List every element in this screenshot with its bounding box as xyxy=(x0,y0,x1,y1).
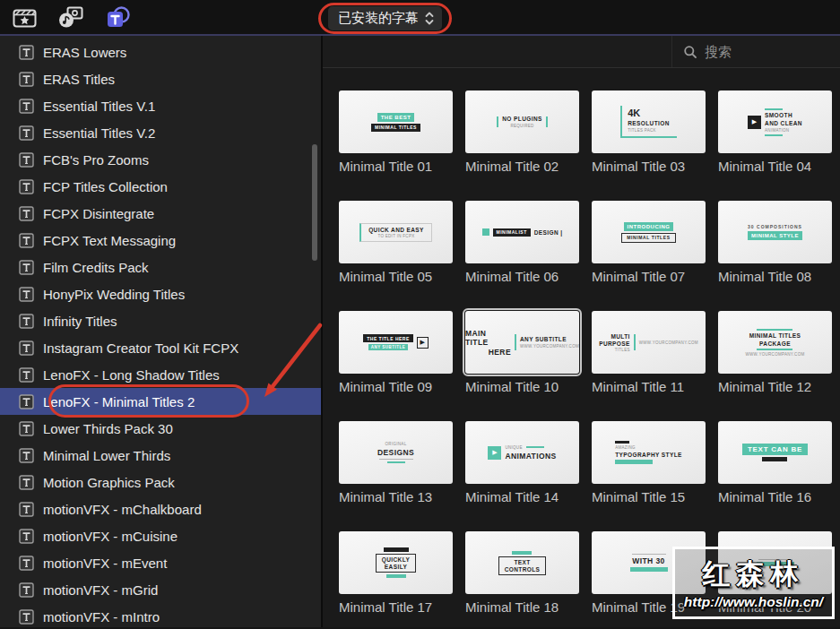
thumb-design-element xyxy=(757,349,792,350)
top-toolbar: 已安装的字幕 xyxy=(0,0,840,36)
thumb-design-element: TYPOGRAPHY STYLE xyxy=(615,452,682,458)
title-thumbnail-minimal-title-09[interactable]: THE TITLE HEREANY SUBTITLE▶Minimal Title… xyxy=(339,311,453,394)
text-title-icon xyxy=(19,475,34,490)
title-label: Minimal Title 10 xyxy=(465,379,579,394)
sidebar-item-eras-titles[interactable]: ERAS Titles xyxy=(0,65,321,92)
title-label: Minimal Title 18 xyxy=(465,599,579,615)
thumb-design-element: TITLES xyxy=(615,348,630,352)
thumb-design-element: CONTROLS xyxy=(505,566,541,573)
installed-titles-dropdown[interactable]: 已安装的字幕 xyxy=(328,6,442,30)
sidebar-item-motionvfx-mevent[interactable]: motionVFX - mEvent xyxy=(0,549,321,576)
sidebar-item-label: motionVFX - mIntro xyxy=(43,609,160,625)
sidebar-item-motionvfx-mcuisine[interactable]: motionVFX - mCuisine xyxy=(0,522,321,549)
text-title-icon xyxy=(19,421,34,436)
sidebar-item-honypix-wedding-titles[interactable]: HonyPix Wedding Titles xyxy=(0,280,321,307)
thumb-design-element: MAIN TITLEHERE xyxy=(465,329,511,357)
thumb-design-element: WITH 30 xyxy=(632,556,664,565)
thumb-design-element: ORIGINAL xyxy=(385,442,407,446)
sidebar-item-eras-lowers[interactable]: ERAS Lowers xyxy=(0,39,321,65)
thumb-design-element: MAIN TITLE xyxy=(465,329,511,347)
sidebar-item-lenofx-long-shadow-titles[interactable]: LenoFX - Long Shadow Titles xyxy=(0,361,321,388)
title-thumbnail-minimal-title-07[interactable]: INTRODUCINGMINIMAL TITLESMinimal Title 0… xyxy=(592,201,706,284)
sidebar-item-label: motionVFX - mGrid xyxy=(43,582,158,598)
media-browser-icon[interactable] xyxy=(12,5,37,29)
text-title-icon xyxy=(19,287,34,302)
search-field[interactable] xyxy=(671,36,840,67)
thumb-design-element: TITLES PACK xyxy=(628,128,656,133)
title-thumbnail-minimal-title-10[interactable]: MAIN TITLEHEREANY SUBTITLEWWW.YOURCOMPAN… xyxy=(465,311,579,394)
title-thumbnail-minimal-title-14[interactable]: ▶UNIQUEANIMATIONSMinimal Title 14 xyxy=(465,421,579,504)
text-title-icon xyxy=(19,125,34,141)
text-title-icon xyxy=(19,99,34,114)
sidebar-item-motion-graphics-pack[interactable]: Motion Graphics Pack xyxy=(0,469,321,495)
title-thumbnail-minimal-title-15[interactable]: AMAZINGTYPOGRAPHY STYLEMinimal Title 15 xyxy=(592,421,706,504)
thumb-design-element: THE BESTMINIMAL TITLES xyxy=(371,113,420,132)
title-label: Minimal Title 05 xyxy=(339,269,453,284)
sidebar-item-label: Essential Titles V.1 xyxy=(43,99,155,114)
sidebar-item-label: motionVFX - mChalkboard xyxy=(43,502,202,517)
sidebar-item-minimal-lower-thirds[interactable]: Minimal Lower Thirds xyxy=(0,442,321,469)
sidebar-item-essential-titles-v-2[interactable]: Essential Titles V.2 xyxy=(0,119,321,146)
sidebar-item-lower-thirds-pack-30[interactable]: Lower Thirds Pack 30 xyxy=(0,415,321,442)
chevron-up-down-icon xyxy=(425,11,434,26)
sidebar-item-fcpx-disintegrate[interactable]: FCPX Disintegrate xyxy=(0,200,321,227)
sidebar-item-instagram-creator-tool-kit-fcpx[interactable]: Instagram Creator Tool Kit FCPX xyxy=(0,334,321,361)
title-thumbnail-minimal-title-06[interactable]: MINIMALISTDESIGN |Minimal Title 06 xyxy=(465,201,579,284)
title-thumbnail-minimal-title-16[interactable]: TEXT CAN BEMinimal Title 16 xyxy=(718,421,832,504)
title-label: Minimal Title 03 xyxy=(592,159,706,174)
title-thumbnail-minimal-title-03[interactable]: 4KRESOLUTIONTITLES PACKMinimal Title 03 xyxy=(592,90,706,174)
thumb-design-element xyxy=(515,334,516,350)
search-input[interactable] xyxy=(705,44,826,59)
thumb-design-element: NO PLUGINSREQUIRED xyxy=(497,116,547,128)
title-thumbnail-minimal-title-17[interactable]: QUICKLYEASILYMinimal Title 17 xyxy=(339,531,453,615)
title-thumbnail-minimal-title-11[interactable]: MULTIPURPOSETITLESWWW.YOURCOMPANY.COMMin… xyxy=(592,311,706,394)
sidebar-item-label: HonyPix Wedding Titles xyxy=(43,287,185,302)
thumb-design-element: INTRODUCING xyxy=(624,222,674,231)
thumbnail-preview: TEXT CAN BE xyxy=(718,421,832,484)
sidebar-scrollbar[interactable] xyxy=(312,144,317,261)
title-thumbnail-minimal-title-05[interactable]: QUICK AND EASYTO EDIT IN FCPXMinimal Tit… xyxy=(339,201,453,284)
thumb-design-element xyxy=(765,134,783,136)
title-thumbnail-minimal-title-08[interactable]: 30 COMPOSITIONSMINIMAL STYLEMinimal Titl… xyxy=(718,201,832,284)
sidebar-item-motionvfx-mchalkboard[interactable]: motionVFX - mChalkboard xyxy=(0,495,321,522)
title-thumbnail-minimal-title-04[interactable]: ▶SMOOTHAND CLEANANIMATIONMinimal Title 0… xyxy=(718,90,832,174)
sidebar-item-film-credits-pack[interactable]: Film Credits Pack xyxy=(0,254,321,280)
sidebar-item-fcp-titles-collection[interactable]: FCP Titles Collection xyxy=(0,173,321,200)
thumb-design-element xyxy=(632,554,666,556)
title-thumbnail-minimal-title-01[interactable]: THE BESTMINIMAL TITLESMinimal Title 01 xyxy=(339,90,453,174)
text-title-icon xyxy=(19,72,34,87)
thumb-design-element: ▶UNIQUEANIMATIONS xyxy=(488,445,556,461)
thumb-design-element: MINIMALIST xyxy=(493,228,531,237)
sidebar-item-infinity-titles[interactable]: Infinity Titles xyxy=(0,307,321,334)
thumb-design-element: THE TITLE HERE xyxy=(363,334,413,342)
titles-generators-icon[interactable] xyxy=(105,5,130,29)
text-title-icon xyxy=(19,233,34,248)
sidebar-item-motionvfx-mintro[interactable]: motionVFX - mIntro xyxy=(0,603,321,629)
thumb-design-element: AND CLEAN xyxy=(765,120,802,126)
title-label: Minimal Title 12 xyxy=(718,379,832,394)
thumb-design-element: QUICKLY xyxy=(382,556,410,563)
titles-grid: THE BESTMINIMAL TITLESMinimal Title 01NO… xyxy=(323,68,840,615)
title-thumbnail-minimal-title-18[interactable]: TEXTCONTROLSMinimal Title 18 xyxy=(465,531,579,615)
sidebar-item-fcpx-text-messaging[interactable]: FCPX Text Messaging xyxy=(0,227,321,254)
thumb-design-element: QUICKLYEASILY xyxy=(376,554,416,573)
thumbnail-preview: TEXTCONTROLS xyxy=(465,531,579,594)
sidebar-item-lenofx-minimal-titles-2[interactable]: LenoFX - Minimal Titles 2 xyxy=(0,388,321,415)
sidebar-item-label: Motion Graphics Pack xyxy=(43,475,175,490)
title-thumbnail-minimal-title-12[interactable]: MINIMAL TITLESPACKAGEWWW.YOURCOMPANY.COM… xyxy=(718,311,832,394)
sidebar-item-motionvfx-mgrid[interactable]: motionVFX - mGrid xyxy=(0,576,321,603)
title-thumbnail-minimal-title-13[interactable]: ORIGINALDESIGNSMinimal Title 13 xyxy=(339,421,453,504)
title-thumbnail-minimal-title-02[interactable]: NO PLUGINSREQUIREDMinimal Title 02 xyxy=(465,90,579,174)
thumbnail-preview: 4KRESOLUTIONTITLES PACK xyxy=(592,90,706,153)
thumb-design-element: ▶ xyxy=(488,446,501,460)
sidebar-item-essential-titles-v-1[interactable]: Essential Titles V.1 xyxy=(0,92,321,119)
photos-audio-icon[interactable] xyxy=(58,5,83,29)
thumbnail-preview: QUICKLYEASILY xyxy=(339,531,453,594)
thumbnail-preview: INTRODUCINGMINIMAL TITLES xyxy=(592,201,706,263)
thumb-design-element: PURPOSE xyxy=(599,340,630,347)
title-label: Minimal Title 06 xyxy=(465,269,579,284)
sidebar-item-fcb-s-pro-zooms[interactable]: FCB's Pro Zooms xyxy=(0,146,321,173)
thumb-design-element: MAIN TITLEHEREANY SUBTITLEWWW.YOURCOMPAN… xyxy=(465,329,579,357)
thumb-design-element: MINIMAL TITLES xyxy=(749,332,801,339)
thumb-design-element xyxy=(386,574,406,578)
